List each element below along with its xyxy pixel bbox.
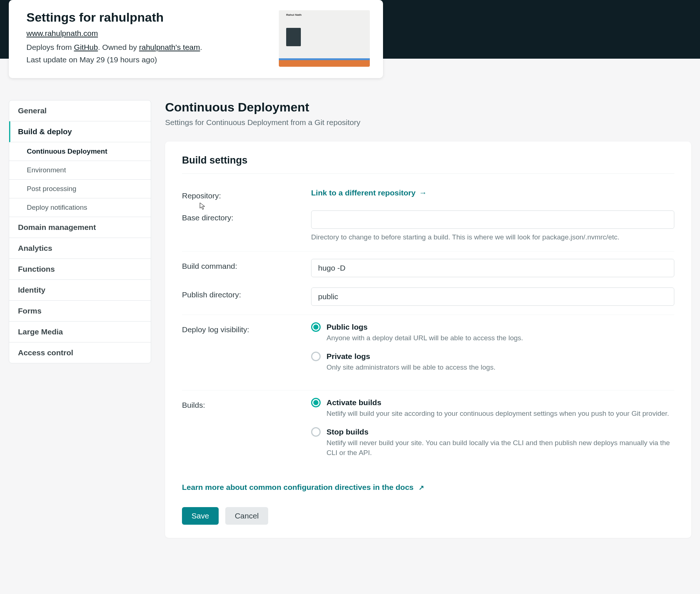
radio-stop-builds[interactable]: Stop builds Netlify will never build you… <box>311 427 674 458</box>
deploy-log-label: Deploy log visibility: <box>182 322 311 334</box>
last-update-text: Last update on May 29 (19 hours ago) <box>26 55 202 64</box>
radio-desc: Netlify will build your site according t… <box>327 409 674 419</box>
build-settings-panel: Build settings Repository: Link to a dif… <box>165 142 691 538</box>
site-deploy-meta: Deploys from GitHub. Owned by rahulpnath… <box>26 43 202 52</box>
save-button[interactable]: Save <box>182 507 219 525</box>
settings-sidebar: General Build & deploy Continuous Deploy… <box>9 100 151 363</box>
sidebar-item-domain[interactable]: Domain management <box>9 217 151 238</box>
repository-label: Repository: <box>182 188 311 200</box>
learn-more-link[interactable]: Learn more about common configuration di… <box>182 483 424 492</box>
link-different-repo[interactable]: Link to a different repository → <box>311 188 427 197</box>
base-directory-input[interactable] <box>311 210 674 229</box>
owned-by-suffix: . <box>200 43 202 51</box>
sidebar-item-functions[interactable]: Functions <box>9 259 151 280</box>
sidebar-item-identity[interactable]: Identity <box>9 280 151 301</box>
external-link-icon: ↗ <box>419 484 424 491</box>
radio-icon <box>311 398 321 407</box>
arrow-right-icon: → <box>419 188 427 197</box>
sidebar-subitem-environment[interactable]: Environment <box>9 161 151 180</box>
learn-more-text: Learn more about common configuration di… <box>182 483 413 491</box>
sidebar-item-build-deploy[interactable]: Build & deploy <box>9 121 151 142</box>
site-url-link[interactable]: www.rahulpnath.com <box>26 29 98 38</box>
radio-title: Activate builds <box>327 398 381 407</box>
content-subheading: Settings for Continuous Deployment from … <box>165 118 691 127</box>
radio-icon <box>311 352 321 361</box>
sidebar-item-analytics[interactable]: Analytics <box>9 238 151 259</box>
sidebar-subitem-cd[interactable]: Continuous Deployment <box>9 142 151 161</box>
publish-directory-input[interactable] <box>311 287 674 306</box>
github-link[interactable]: GitHub <box>74 43 98 51</box>
radio-icon <box>311 427 321 437</box>
radio-title: Stop builds <box>327 428 368 436</box>
content-heading: Continuous Deployment <box>165 100 691 114</box>
deploys-prefix: Deploys from <box>26 43 74 51</box>
build-command-label: Build command: <box>182 259 311 271</box>
site-preview-thumbnail[interactable]: Rahul Nath <box>279 10 370 67</box>
radio-icon <box>311 322 321 332</box>
base-directory-label: Base directory: <box>182 210 311 222</box>
sidebar-item-general[interactable]: General <box>9 100 151 121</box>
owned-by-prefix: . Owned by <box>98 43 139 51</box>
radio-title: Public logs <box>327 323 368 331</box>
radio-public-logs[interactable]: Public logs Anyone with a deploy detail … <box>311 322 674 343</box>
sidebar-subitem-deploy-notifications[interactable]: Deploy notifications <box>9 198 151 217</box>
radio-private-logs[interactable]: Private logs Only site administrators wi… <box>311 352 674 373</box>
radio-title: Private logs <box>327 352 370 361</box>
team-link[interactable]: rahulpnath's team <box>139 43 200 51</box>
radio-desc: Only site administrators will be able to… <box>327 363 674 373</box>
radio-desc: Anyone with a deploy detail URL will be … <box>327 333 674 343</box>
panel-title: Build settings <box>182 155 674 174</box>
link-repo-text: Link to a different repository <box>311 188 416 197</box>
preview-site-name: Rahul Nath <box>286 13 302 16</box>
cursor-icon <box>200 202 205 210</box>
sidebar-item-large-media[interactable]: Large Media <box>9 322 151 342</box>
sidebar-item-access-control[interactable]: Access control <box>9 342 151 363</box>
radio-desc: Netlify will never build your site. You … <box>327 438 674 458</box>
builds-label: Builds: <box>182 398 311 410</box>
base-directory-help: Directory to change to before starting a… <box>311 232 674 242</box>
page-title: Settings for rahulpnath <box>26 10 202 25</box>
build-command-input[interactable] <box>311 259 674 277</box>
sidebar-subitem-postprocessing[interactable]: Post processing <box>9 180 151 198</box>
sidebar-item-forms[interactable]: Forms <box>9 301 151 322</box>
site-header-card: Settings for rahulpnath www.rahulpnath.c… <box>9 0 383 78</box>
radio-activate-builds[interactable]: Activate builds Netlify will build your … <box>311 398 674 419</box>
cancel-button[interactable]: Cancel <box>225 507 268 525</box>
publish-directory-label: Publish directory: <box>182 287 311 299</box>
